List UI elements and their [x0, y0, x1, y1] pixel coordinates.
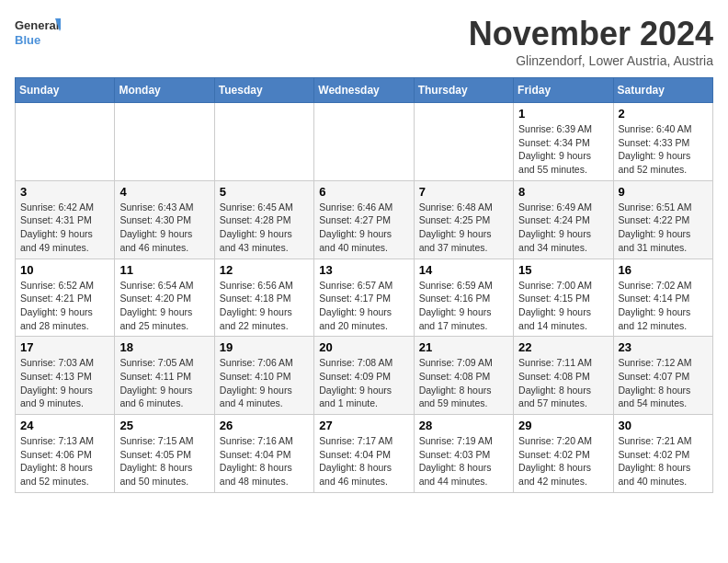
calendar-cell: 16Sunrise: 7:02 AM Sunset: 4:14 PM Dayli…: [613, 259, 712, 337]
day-info: Sunrise: 6:52 AM Sunset: 4:21 PM Dayligh…: [20, 279, 109, 333]
calendar-cell: 25Sunrise: 7:15 AM Sunset: 4:05 PM Dayli…: [115, 415, 214, 493]
day-number: 3: [20, 185, 109, 199]
day-number: 19: [220, 340, 309, 354]
day-info: Sunrise: 7:02 AM Sunset: 4:14 PM Dayligh…: [619, 279, 708, 333]
day-number: 30: [619, 419, 708, 432]
day-info: Sunrise: 7:03 AM Sunset: 4:13 PM Dayligh…: [20, 356, 109, 410]
day-number: 22: [518, 340, 608, 354]
weekday-header-saturday: Saturday: [613, 78, 712, 103]
day-info: Sunrise: 7:21 AM Sunset: 4:02 PM Dayligh…: [619, 434, 708, 488]
day-info: Sunrise: 7:19 AM Sunset: 4:03 PM Dayligh…: [419, 434, 508, 488]
calendar-cell: 26Sunrise: 7:16 AM Sunset: 4:04 PM Dayli…: [214, 415, 313, 493]
weekday-header-sunday: Sunday: [16, 78, 115, 103]
week-row-3: 10Sunrise: 6:52 AM Sunset: 4:21 PM Dayli…: [16, 259, 713, 337]
weekday-header-friday: Friday: [514, 78, 613, 103]
day-info: Sunrise: 7:15 AM Sunset: 4:05 PM Dayligh…: [119, 434, 209, 488]
day-info: Sunrise: 6:59 AM Sunset: 4:16 PM Dayligh…: [419, 279, 508, 333]
calendar-cell: 2Sunrise: 6:40 AM Sunset: 4:33 PM Daylig…: [613, 103, 712, 181]
weekday-header-thursday: Thursday: [414, 78, 513, 103]
day-info: Sunrise: 7:13 AM Sunset: 4:06 PM Dayligh…: [20, 434, 109, 488]
weekday-header-tuesday: Tuesday: [214, 78, 313, 103]
weekday-header-monday: Monday: [115, 78, 214, 103]
calendar-cell: 13Sunrise: 6:57 AM Sunset: 4:17 PM Dayli…: [314, 259, 414, 337]
day-number: 17: [20, 340, 109, 354]
calendar-cell: [414, 103, 513, 181]
day-info: Sunrise: 6:43 AM Sunset: 4:30 PM Dayligh…: [119, 201, 209, 255]
calendar-cell: 12Sunrise: 6:56 AM Sunset: 4:18 PM Dayli…: [214, 259, 313, 337]
calendar-cell: 29Sunrise: 7:20 AM Sunset: 4:02 PM Dayli…: [514, 415, 613, 493]
logo-icon: General Blue: [15, 15, 61, 52]
calendar-cell: 28Sunrise: 7:19 AM Sunset: 4:03 PM Dayli…: [414, 415, 513, 493]
week-row-5: 24Sunrise: 7:13 AM Sunset: 4:06 PM Dayli…: [16, 415, 713, 493]
day-number: 24: [20, 419, 109, 432]
day-number: 20: [319, 340, 408, 354]
day-info: Sunrise: 6:48 AM Sunset: 4:25 PM Dayligh…: [419, 201, 508, 255]
day-number: 23: [619, 340, 708, 354]
day-info: Sunrise: 7:06 AM Sunset: 4:10 PM Dayligh…: [220, 356, 309, 410]
day-number: 16: [619, 263, 708, 277]
day-number: 26: [220, 419, 309, 432]
day-number: 8: [518, 185, 608, 199]
calendar-cell: 4Sunrise: 6:43 AM Sunset: 4:30 PM Daylig…: [115, 180, 214, 259]
calendar-cell: 8Sunrise: 6:49 AM Sunset: 4:24 PM Daylig…: [514, 180, 613, 259]
calendar-cell: 19Sunrise: 7:06 AM Sunset: 4:10 PM Dayli…: [214, 337, 313, 415]
calendar-cell: [115, 103, 214, 181]
calendar-cell: 15Sunrise: 7:00 AM Sunset: 4:15 PM Dayli…: [514, 259, 613, 337]
calendar-cell: 27Sunrise: 7:17 AM Sunset: 4:04 PM Dayli…: [314, 415, 414, 493]
calendar-cell: 17Sunrise: 7:03 AM Sunset: 4:13 PM Dayli…: [16, 337, 115, 415]
day-info: Sunrise: 7:16 AM Sunset: 4:04 PM Dayligh…: [220, 434, 309, 488]
calendar-cell: 22Sunrise: 7:11 AM Sunset: 4:08 PM Dayli…: [514, 337, 613, 415]
day-number: 5: [220, 185, 309, 199]
day-info: Sunrise: 7:12 AM Sunset: 4:07 PM Dayligh…: [619, 356, 708, 410]
calendar-table: SundayMondayTuesdayWednesdayThursdayFrid…: [15, 77, 713, 493]
calendar-cell: 10Sunrise: 6:52 AM Sunset: 4:21 PM Dayli…: [16, 259, 115, 337]
logo: General Blue: [15, 15, 61, 52]
day-info: Sunrise: 6:51 AM Sunset: 4:22 PM Dayligh…: [619, 201, 708, 255]
day-info: Sunrise: 6:45 AM Sunset: 4:28 PM Dayligh…: [220, 201, 309, 255]
day-info: Sunrise: 7:08 AM Sunset: 4:09 PM Dayligh…: [319, 356, 408, 410]
day-number: 6: [319, 185, 408, 199]
calendar-cell: 1Sunrise: 6:39 AM Sunset: 4:34 PM Daylig…: [514, 103, 613, 181]
day-info: Sunrise: 7:17 AM Sunset: 4:04 PM Dayligh…: [319, 434, 408, 488]
day-info: Sunrise: 7:11 AM Sunset: 4:08 PM Dayligh…: [518, 356, 608, 410]
day-info: Sunrise: 6:42 AM Sunset: 4:31 PM Dayligh…: [20, 201, 109, 255]
page-header: General Blue November 2024 Glinzendorf, …: [15, 15, 713, 68]
calendar-cell: 20Sunrise: 7:08 AM Sunset: 4:09 PM Dayli…: [314, 337, 414, 415]
weekday-header-wednesday: Wednesday: [314, 78, 414, 103]
day-info: Sunrise: 6:40 AM Sunset: 4:33 PM Dayligh…: [619, 122, 708, 177]
day-info: Sunrise: 6:56 AM Sunset: 4:18 PM Dayligh…: [220, 279, 309, 333]
day-number: 12: [220, 263, 309, 277]
location: Glinzendorf, Lower Austria, Austria: [469, 53, 713, 68]
day-number: 25: [119, 419, 209, 432]
calendar-cell: [314, 103, 414, 181]
day-number: 11: [119, 263, 209, 277]
day-info: Sunrise: 6:49 AM Sunset: 4:24 PM Dayligh…: [518, 201, 608, 255]
calendar-cell: 30Sunrise: 7:21 AM Sunset: 4:02 PM Dayli…: [613, 415, 712, 493]
week-row-2: 3Sunrise: 6:42 AM Sunset: 4:31 PM Daylig…: [16, 180, 713, 259]
svg-text:Blue: Blue: [15, 33, 40, 47]
day-number: 29: [518, 419, 608, 432]
day-number: 1: [518, 107, 608, 121]
calendar-cell: 18Sunrise: 7:05 AM Sunset: 4:11 PM Dayli…: [115, 337, 214, 415]
day-number: 14: [419, 263, 508, 277]
day-info: Sunrise: 6:46 AM Sunset: 4:27 PM Dayligh…: [319, 201, 408, 255]
day-info: Sunrise: 6:57 AM Sunset: 4:17 PM Dayligh…: [319, 279, 408, 333]
calendar-cell: 23Sunrise: 7:12 AM Sunset: 4:07 PM Dayli…: [613, 337, 712, 415]
calendar-cell: 11Sunrise: 6:54 AM Sunset: 4:20 PM Dayli…: [115, 259, 214, 337]
day-number: 28: [419, 419, 508, 432]
calendar-cell: 21Sunrise: 7:09 AM Sunset: 4:08 PM Dayli…: [414, 337, 513, 415]
day-number: 13: [319, 263, 408, 277]
day-number: 7: [419, 185, 508, 199]
week-row-4: 17Sunrise: 7:03 AM Sunset: 4:13 PM Dayli…: [16, 337, 713, 415]
calendar-cell: 5Sunrise: 6:45 AM Sunset: 4:28 PM Daylig…: [214, 180, 313, 259]
day-number: 15: [518, 263, 608, 277]
calendar-cell: 9Sunrise: 6:51 AM Sunset: 4:22 PM Daylig…: [613, 180, 712, 259]
calendar-cell: [214, 103, 313, 181]
calendar-cell: 6Sunrise: 6:46 AM Sunset: 4:27 PM Daylig…: [314, 180, 414, 259]
header-row: SundayMondayTuesdayWednesdayThursdayFrid…: [16, 78, 713, 103]
day-info: Sunrise: 7:00 AM Sunset: 4:15 PM Dayligh…: [518, 279, 608, 333]
day-number: 18: [119, 340, 209, 354]
calendar-cell: [16, 103, 115, 181]
calendar-cell: 14Sunrise: 6:59 AM Sunset: 4:16 PM Dayli…: [414, 259, 513, 337]
day-number: 4: [119, 185, 209, 199]
